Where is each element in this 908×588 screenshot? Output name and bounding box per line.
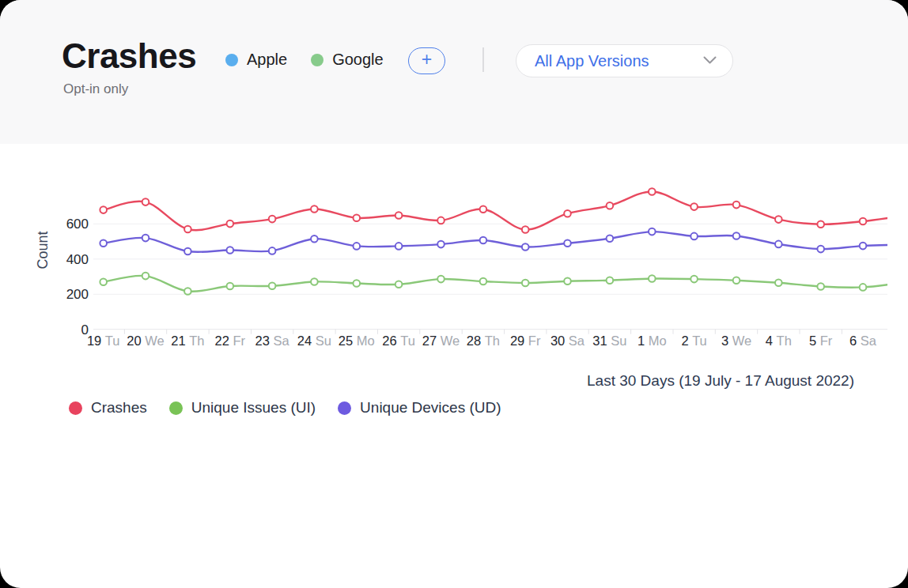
svg-text:29 Fr: 29 Fr: [510, 334, 541, 348]
google-dot-icon: [311, 54, 323, 66]
header-divider: [482, 47, 484, 72]
svg-text:26 Tu: 26 Tu: [382, 334, 415, 348]
platform-toggle-google[interactable]: Google: [311, 51, 384, 69]
svg-text:5 Fr: 5 Fr: [809, 334, 833, 348]
legend-item-crashes[interactable]: Crashes: [69, 399, 147, 416]
svg-text:22 Fr: 22 Fr: [215, 334, 246, 348]
crashes-widget: Crashes Opt-in only Apple Google + All A…: [0, 0, 908, 588]
svg-text:2 Tu: 2 Tu: [681, 334, 706, 348]
legend-item-unique-devices[interactable]: Unique Devices (UD): [338, 399, 501, 416]
unique-issues-dot-icon: [169, 401, 183, 415]
crashes-line-chart[interactable]: 020040060019 Tu20 We21 Th22 Fr23 Sa24 Su…: [0, 172, 908, 360]
chevron-down-icon: [703, 54, 717, 68]
platform-label: Apple: [247, 51, 287, 69]
legend-label: Unique Devices (UD): [360, 399, 501, 416]
platform-toggle-apple[interactable]: Apple: [225, 51, 287, 69]
widget-header: Crashes Opt-in only Apple Google + All A…: [0, 0, 908, 144]
legend-label: Crashes: [91, 399, 147, 416]
svg-text:4 Th: 4 Th: [766, 334, 792, 348]
chart-legend: Crashes Unique Issues (UI) Unique Device…: [69, 399, 524, 416]
svg-text:23 Sa: 23 Sa: [255, 334, 290, 348]
svg-text:31 Su: 31 Su: [592, 334, 626, 348]
plus-icon: +: [422, 49, 432, 70]
svg-text:6 Sa: 6 Sa: [849, 334, 877, 348]
platform-label: Google: [332, 51, 384, 69]
legend-label: Unique Issues (UI): [191, 399, 316, 416]
svg-text:24 Su: 24 Su: [297, 334, 331, 348]
unique-devices-dot-icon: [338, 401, 351, 415]
svg-text:3 We: 3 We: [721, 334, 751, 348]
svg-text:28 Th: 28 Th: [467, 334, 500, 348]
svg-text:600: 600: [66, 217, 89, 232]
apple-dot-icon: [225, 54, 238, 66]
page-subtitle: Opt-in only: [63, 81, 128, 97]
svg-text:21 Th: 21 Th: [171, 334, 204, 348]
platform-toggles: Apple Google: [225, 51, 407, 69]
crashes-dot-icon: [69, 401, 82, 415]
app-version-dropdown-value: All App Versions: [535, 52, 649, 70]
date-range-caption: Last 30 Days (19 July - 17 August 2022): [587, 372, 854, 390]
svg-text:30 Sa: 30 Sa: [550, 334, 585, 348]
svg-text:1 Mo: 1 Mo: [637, 334, 667, 348]
page-title: Crashes: [62, 36, 196, 76]
app-version-dropdown[interactable]: All App Versions: [516, 44, 733, 77]
svg-text:20 We: 20 We: [127, 334, 164, 348]
svg-text:400: 400: [66, 252, 89, 267]
svg-text:25 Mo: 25 Mo: [339, 334, 375, 348]
add-platform-button[interactable]: +: [408, 47, 445, 74]
legend-item-unique-issues[interactable]: Unique Issues (UI): [169, 399, 316, 416]
svg-text:27 We: 27 We: [422, 334, 460, 348]
svg-text:200: 200: [66, 287, 89, 302]
svg-text:19 Tu: 19 Tu: [87, 334, 120, 348]
